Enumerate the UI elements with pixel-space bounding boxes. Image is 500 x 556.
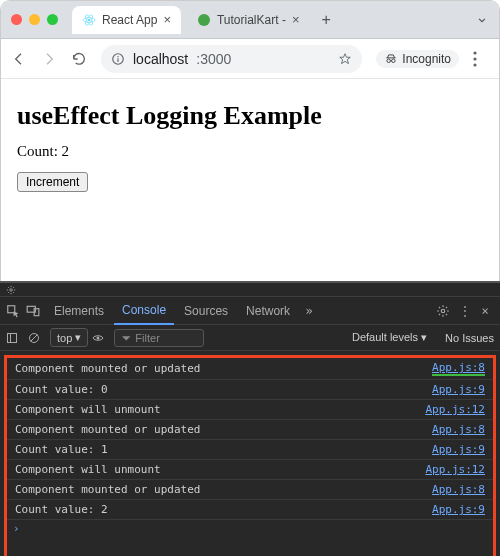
tab-label: React App	[102, 13, 157, 27]
close-tab-icon[interactable]: ×	[292, 12, 300, 27]
log-message: Component will unmount	[15, 463, 161, 476]
log-message: Component mounted or updated	[15, 362, 200, 375]
toolbar: localhost:3000 Incognito	[1, 39, 499, 79]
window-controls	[11, 14, 58, 25]
bookmark-icon[interactable]	[338, 52, 352, 66]
url-host: localhost	[133, 51, 188, 67]
console-toolbar: top ▾ ⏷ Filter Default levels ▾ No Issue…	[0, 325, 500, 351]
svg-point-17	[441, 309, 445, 313]
tabs-overflow-icon[interactable]	[475, 13, 489, 27]
count-display: Count: 2	[17, 143, 483, 160]
back-button[interactable]	[11, 51, 27, 67]
svg-point-10	[473, 51, 476, 54]
svg-point-4	[198, 14, 210, 26]
log-source-link[interactable]: App.js:8	[432, 361, 485, 376]
svg-point-12	[473, 63, 476, 66]
log-message: Count value: 1	[15, 443, 108, 456]
close-tab-icon[interactable]: ×	[163, 12, 171, 27]
log-source-link[interactable]: App.js:9	[432, 503, 485, 516]
svg-point-9	[392, 59, 396, 63]
log-source-link[interactable]: App.js:9	[432, 383, 485, 396]
log-source-link[interactable]: App.js:8	[432, 483, 485, 496]
page-content: useEffect Logging Example Count: 2 Incre…	[1, 79, 499, 202]
settings-icon[interactable]	[6, 285, 16, 295]
issues-indicator[interactable]: No Issues	[445, 332, 494, 344]
console-log-row: Component will unmountApp.js:12	[7, 460, 493, 480]
favicon	[197, 13, 211, 27]
log-message: Component mounted or updated	[15, 423, 200, 436]
console-log-row: Component mounted or updatedApp.js:8	[7, 358, 493, 380]
window-title-bar: React App × TutorialKart - × +	[1, 1, 499, 39]
inspect-icon[interactable]	[6, 304, 24, 318]
log-message: Component mounted or updated	[15, 483, 200, 496]
devtools-tab-sources[interactable]: Sources	[176, 297, 236, 325]
console-output: Component mounted or updatedApp.js:8Coun…	[4, 355, 496, 556]
svg-rect-7	[117, 58, 118, 62]
console-log-row: Count value: 2App.js:9	[7, 500, 493, 520]
svg-point-8	[387, 59, 391, 63]
minimize-window-button[interactable]	[29, 14, 40, 25]
close-devtools-icon[interactable]: ×	[476, 304, 494, 318]
reload-button[interactable]	[71, 51, 87, 67]
devtools-tab-elements[interactable]: Elements	[46, 297, 112, 325]
log-message: Count value: 2	[15, 503, 108, 516]
page-heading: useEffect Logging Example	[17, 101, 483, 131]
filter-input[interactable]: ⏷ Filter	[114, 329, 204, 347]
log-levels-dropdown[interactable]: Default levels ▾	[352, 331, 427, 344]
console-log-row: Count value: 0App.js:9	[7, 380, 493, 400]
clear-console-icon[interactable]	[28, 332, 46, 344]
maximize-window-button[interactable]	[47, 14, 58, 25]
close-window-button[interactable]	[11, 14, 22, 25]
site-info-icon[interactable]	[111, 52, 125, 66]
svg-point-6	[117, 55, 118, 56]
url-path: :3000	[196, 51, 231, 67]
context-selector[interactable]: top ▾	[50, 328, 88, 347]
kebab-menu-icon[interactable]: ⋮	[456, 304, 474, 318]
menu-button[interactable]	[473, 51, 489, 67]
devtools-tab-console[interactable]: Console	[114, 297, 174, 325]
console-log-row: Component will unmountApp.js:12	[7, 400, 493, 420]
svg-point-22	[97, 336, 100, 339]
svg-point-13	[10, 288, 13, 291]
increment-button[interactable]: Increment	[17, 172, 88, 192]
devtools-tab-network[interactable]: Network	[238, 297, 298, 325]
log-message: Count value: 0	[15, 383, 108, 396]
console-log-row: Component mounted or updatedApp.js:8	[7, 480, 493, 500]
console-log-row: Component mounted or updatedApp.js:8	[7, 420, 493, 440]
devtools-panel: Elements Console Sources Network » ⋮ × t…	[0, 281, 500, 556]
log-source-link[interactable]: App.js:12	[425, 463, 485, 476]
device-toggle-icon[interactable]	[26, 304, 44, 318]
sidebar-toggle-icon[interactable]	[6, 332, 24, 344]
address-bar[interactable]: localhost:3000	[101, 45, 362, 73]
live-expression-icon[interactable]	[92, 332, 110, 344]
svg-line-21	[31, 334, 38, 341]
settings-icon[interactable]	[436, 304, 454, 318]
svg-point-11	[473, 57, 476, 60]
react-icon	[82, 13, 96, 27]
incognito-label: Incognito	[402, 52, 451, 66]
incognito-badge[interactable]: Incognito	[376, 50, 459, 68]
svg-point-0	[88, 18, 90, 20]
log-message: Component will unmount	[15, 403, 161, 416]
console-log-row: Count value: 1App.js:9	[7, 440, 493, 460]
forward-button[interactable]	[41, 51, 57, 67]
tab-label: TutorialKart -	[217, 13, 286, 27]
new-tab-button[interactable]: +	[315, 11, 336, 29]
browser-tab-tutorialkart[interactable]: TutorialKart - ×	[187, 6, 310, 34]
log-source-link[interactable]: App.js:8	[432, 423, 485, 436]
log-source-link[interactable]: App.js:9	[432, 443, 485, 456]
more-tabs-icon[interactable]: »	[300, 304, 318, 318]
console-prompt[interactable]: ›	[7, 520, 493, 537]
filter-icon: ⏷	[121, 332, 135, 344]
log-source-link[interactable]: App.js:12	[425, 403, 485, 416]
devtools-tab-bar: Elements Console Sources Network » ⋮ ×	[0, 297, 500, 325]
svg-rect-18	[8, 333, 17, 342]
chevron-down-icon: ▾	[75, 331, 81, 344]
browser-tab-react-app[interactable]: React App ×	[72, 6, 181, 34]
incognito-icon	[384, 52, 398, 66]
